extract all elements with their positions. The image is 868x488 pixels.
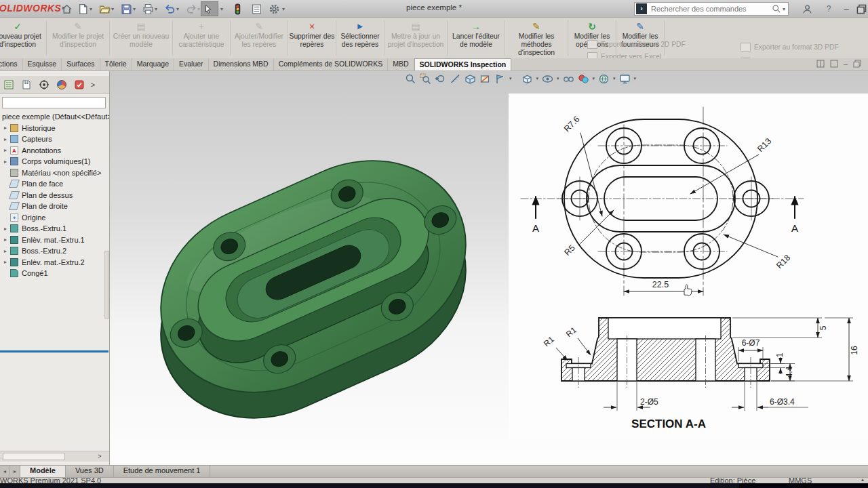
hud-caret-icon[interactable]: ▾ [593, 76, 595, 81]
tree-item-enlev-mat-extru1[interactable]: ▸ Enlèv. mat.-Extru.1 [4, 235, 110, 246]
expander-icon[interactable]: ▸ [4, 159, 10, 165]
tab-esquisse[interactable]: Esquisse [23, 58, 62, 70]
tree-root-item[interactable]: piece exemple (Défaut<<Défaut>_E [0, 111, 110, 123]
dim-6-d7[interactable]: 6-Ø7 [742, 338, 760, 348]
help-button[interactable]: ? [821, 2, 837, 16]
edit-appearance-button[interactable] [577, 73, 590, 85]
units-badge[interactable]: MMGS [789, 477, 812, 483]
ribbon-select-balloons-button[interactable]: ▶ Sélectionner des repères [336, 19, 384, 49]
tab-solidworks-inspection[interactable]: SOLIDWORKS Inspection [414, 58, 512, 70]
pane-split-icon[interactable] [816, 60, 825, 68]
export-excel-item[interactable]: Exporter vers Excel [587, 50, 755, 58]
dim-2-d5[interactable]: 2-Ø5 [640, 397, 658, 407]
tree-item-annotations[interactable]: ▸ A Annotations [4, 145, 110, 157]
tab-complements[interactable]: Compléments de SOLIDWORKS [274, 58, 388, 70]
tree-item-plan-de-droite[interactable]: Plan de droite [4, 201, 110, 212]
hud-caret-icon[interactable]: ▾ [613, 76, 616, 81]
tree-item-capteurs[interactable]: ▸ Capteurs [4, 134, 110, 145]
tree-item-boss-extru1[interactable]: ▸ Boss.-Extru.1 [4, 223, 110, 235]
expander-icon[interactable]: ▸ [4, 237, 10, 243]
measure-button[interactable] [449, 73, 462, 85]
section-view-button[interactable] [479, 73, 492, 85]
minimize-button[interactable]: – [838, 2, 854, 16]
view-orientation-button[interactable] [521, 73, 534, 85]
apply-scene-button[interactable] [597, 73, 610, 85]
feature-manager-tab[interactable] [0, 77, 18, 93]
hud-caret-icon[interactable]: ▾ [509, 76, 512, 81]
expander-icon[interactable]: ▸ [4, 147, 10, 153]
tree-horizontal-scrollbar[interactable]: > [0, 451, 110, 462]
property-manager-tab[interactable] [18, 77, 35, 93]
ribbon-add-edit-balloons-button[interactable]: ✎ Ajouter/Modifier les repères [231, 19, 288, 49]
tab-marquage[interactable]: Marquage [132, 58, 174, 70]
tab-mbd[interactable]: MBD [388, 58, 414, 70]
tab-fonctions[interactable]: Fonctions [0, 58, 23, 70]
hud-caret-icon[interactable]: ▾ [634, 76, 637, 81]
export-3d-pdf-item[interactable]: Exporter au format 3D PDF [741, 41, 839, 53]
display-manager-tab[interactable] [53, 77, 71, 93]
tab-evaluer[interactable]: Evaluer [174, 58, 209, 70]
inspection-manager-tab[interactable] [71, 77, 88, 93]
tree-item-historique[interactable]: ▸ Historique [4, 123, 110, 134]
zoom-area-button[interactable] [419, 73, 432, 85]
command-search[interactable]: › ▾ [634, 2, 789, 16]
ribbon-delete-balloons-button[interactable]: × Supprimer des repères [288, 19, 336, 49]
tree-item-corps-volumiques[interactable]: ▸ Corps volumiques(1) [4, 156, 110, 167]
ribbon-new-inspection-project-button[interactable]: ✓ Nouveau projet d'inspection [0, 19, 46, 49]
magnifier-icon[interactable] [772, 4, 781, 14]
dim-5[interactable]: 5 [818, 325, 828, 330]
tree-item-boss-extru2[interactable]: ▸ Boss.-Extru.2 [4, 245, 110, 257]
tab-modele[interactable]: Modèle [20, 466, 66, 477]
expander-icon[interactable]: ▸ [4, 259, 10, 265]
tab-scroll-left-icon[interactable]: ◂ [0, 466, 10, 477]
tree-item-enlev-mat-extru2[interactable]: ▸ Enlèv. mat.-Extru.2 [4, 257, 110, 268]
dim-6-d3-4[interactable]: 6-Ø3.4 [770, 397, 795, 407]
dim-1[interactable]: 1 [775, 352, 785, 357]
tree-filter-input[interactable] [2, 97, 106, 108]
hide-show-items-button[interactable] [562, 73, 575, 85]
panel-tabs-more-icon[interactable]: > [88, 81, 98, 89]
rollback-bar[interactable] [0, 350, 108, 352]
scrollbar-right-arrow-icon[interactable]: > [94, 452, 106, 461]
dim-22-5[interactable]: 22.5 [652, 280, 669, 289]
part-3d-model[interactable] [130, 127, 496, 451]
zoom-to-fit-button[interactable] [404, 73, 417, 85]
tree-vertical-scrollbar[interactable] [104, 251, 109, 319]
ribbon-new-template-button[interactable]: ▤ Créer un nouveau modèle [110, 19, 172, 49]
configuration-manager-tab[interactable] [35, 77, 53, 93]
ribbon-launch-template-editor-button[interactable]: → Lancer l'éditeur de modèle [448, 19, 505, 49]
account-button[interactable] [799, 2, 815, 16]
pane-single-icon[interactable] [830, 60, 838, 68]
expand-pane-icon[interactable] [853, 60, 861, 68]
tab-vues-3d[interactable]: Vues 3D [66, 466, 114, 477]
expander-icon[interactable]: ▸ [4, 125, 10, 131]
tree-item-conge1[interactable]: Congé1 [4, 268, 110, 279]
tree-item-origine[interactable]: + Origine [4, 212, 110, 224]
viewport-canvas[interactable]: A A R7.6 R13 R5 R18 22.5 [110, 71, 868, 465]
search-caret-icon[interactable]: ▾ [783, 6, 785, 12]
ribbon-update-inspection-project-button[interactable]: ▤ Mettre à jour un projet d'inspection [384, 19, 447, 49]
previous-view-button[interactable] [434, 73, 447, 85]
units-caret-icon[interactable]: ▴ [861, 477, 864, 483]
hud-caret-icon[interactable]: ▾ [557, 76, 559, 81]
search-input[interactable] [650, 4, 772, 14]
collapse-ribbon-icon[interactable]: – [844, 60, 848, 68]
tab-dimensions-mbd[interactable]: Dimensions MBD [209, 58, 274, 70]
expander-icon[interactable]: ▸ [4, 248, 10, 254]
tab-tolerie[interactable]: Tôlerie [100, 58, 132, 70]
tree-item-plan-de-dessus[interactable]: Plan de dessus [4, 190, 110, 201]
ribbon-add-characteristic-button[interactable]: + Ajouter une caractéristique [173, 19, 230, 49]
tab-etude-mouvement[interactable]: Etude de mouvement 1 [114, 466, 211, 477]
dynamic-annotation-button[interactable] [494, 73, 507, 85]
restore-button[interactable] [853, 2, 868, 16]
ribbon-edit-inspection-methods-button[interactable]: ✎ Modifier les méthodes d'inspection [505, 19, 568, 57]
dim-16[interactable]: 16 [850, 346, 859, 355]
hud-caret-icon[interactable]: ▾ [536, 76, 539, 81]
tab-surfaces[interactable]: Surfaces [62, 58, 100, 70]
view-settings-button[interactable] [618, 73, 631, 85]
expander-icon[interactable]: ▸ [4, 136, 10, 142]
expander-icon[interactable]: ▸ [4, 226, 10, 232]
tree-item-plan-de-face[interactable]: Plan de face [4, 178, 110, 190]
ribbon-edit-inspection-project-button[interactable]: ✎ Modifier le projet d'inspection [47, 19, 109, 49]
display-style-button[interactable] [541, 73, 554, 85]
